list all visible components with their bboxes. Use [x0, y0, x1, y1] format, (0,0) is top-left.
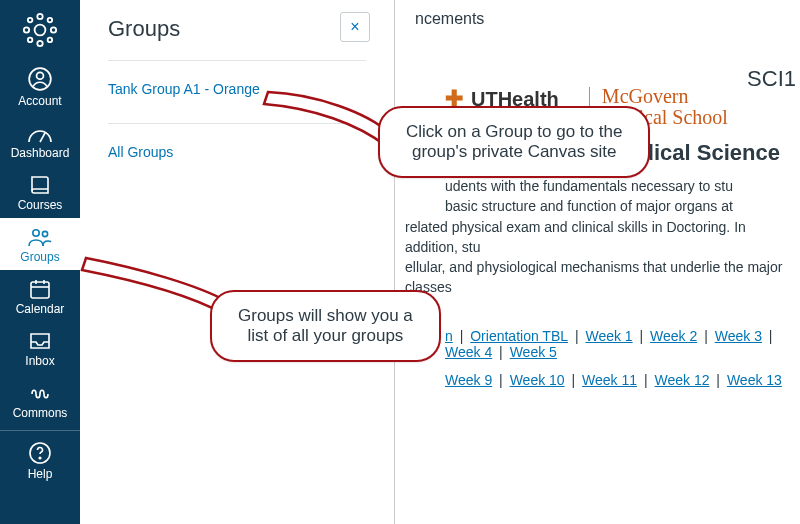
nav-calendar[interactable]: Calendar	[0, 270, 80, 322]
svg-point-0	[35, 25, 46, 36]
group-link[interactable]: Tank Group A1 - Orange	[108, 75, 366, 115]
close-icon: ×	[350, 18, 359, 36]
nav-account[interactable]: Account	[0, 58, 80, 114]
nav-groups-label: Groups	[20, 250, 59, 264]
week-link[interactable]: Week 2	[650, 328, 697, 344]
user-icon	[27, 66, 53, 92]
groups-tray: × Groups Tank Group A1 - Orange All Grou…	[80, 0, 395, 524]
week-link[interactable]: Week 13	[727, 372, 782, 388]
nav-account-label: Account	[18, 94, 61, 108]
svg-point-13	[42, 231, 47, 236]
week-link[interactable]: Orientation TBL	[470, 328, 568, 344]
nav-groups[interactable]: Groups	[0, 218, 80, 270]
week-link[interactable]: Week 11	[582, 372, 637, 388]
svg-point-5	[28, 18, 32, 23]
divider	[108, 123, 366, 124]
gauge-icon	[27, 122, 53, 144]
book-icon	[28, 174, 52, 196]
nav-commons[interactable]: Commons	[0, 374, 80, 426]
canvas-logo-icon	[22, 12, 58, 48]
all-groups-link[interactable]: All Groups	[108, 138, 366, 166]
week-link[interactable]: Week 1	[585, 328, 632, 344]
page-content: ncements SCI1 ✚ UTHealth The University …	[395, 0, 800, 524]
week-link[interactable]: Week 5	[510, 344, 557, 360]
close-button[interactable]: ×	[340, 12, 370, 42]
week-link[interactable]: Week 10	[510, 372, 565, 388]
nav-help-label: Help	[28, 467, 53, 481]
people-icon	[26, 226, 54, 248]
svg-point-19	[39, 457, 41, 459]
nav-commons-label: Commons	[13, 406, 68, 420]
divider	[108, 60, 366, 61]
tray-title: Groups	[108, 16, 366, 42]
svg-point-7	[28, 38, 32, 43]
week-link[interactable]: Week 4	[445, 344, 492, 360]
nav-courses[interactable]: Courses	[0, 166, 80, 218]
week-links-row2: Week 9 | Week 10 | Week 11 | Week 12 | W…	[405, 372, 800, 388]
inbox-icon	[28, 330, 52, 352]
nav-calendar-label: Calendar	[16, 302, 65, 316]
breadcrumb-fragment: ncements	[405, 10, 800, 28]
svg-point-6	[48, 18, 53, 23]
commons-icon	[28, 382, 52, 404]
nav-inbox-label: Inbox	[25, 354, 54, 368]
svg-point-10	[37, 72, 44, 79]
nav-inbox[interactable]: Inbox	[0, 322, 80, 374]
nav-dashboard-label: Dashboard	[11, 146, 70, 160]
global-nav: Account Dashboard Courses Groups Calenda…	[0, 0, 80, 524]
week-link[interactable]: n	[445, 328, 453, 344]
nav-courses-label: Courses	[18, 198, 63, 212]
svg-point-2	[37, 41, 42, 46]
svg-point-1	[37, 14, 42, 19]
week-link[interactable]: Week 9	[445, 372, 492, 388]
week-link[interactable]: Week 12	[654, 372, 709, 388]
svg-point-8	[48, 38, 53, 43]
help-icon	[28, 441, 52, 465]
nav-help[interactable]: Help	[0, 430, 80, 487]
course-code-fragment: SCI1	[747, 66, 796, 92]
svg-point-12	[33, 230, 39, 236]
svg-line-11	[40, 133, 45, 142]
week-links-row1: n | Orientation TBL | Week 1 | Week 2 | …	[405, 328, 800, 360]
course-description: udents with the fundamentals necessary t…	[405, 176, 800, 298]
nav-dashboard[interactable]: Dashboard	[0, 114, 80, 166]
calendar-icon	[28, 278, 52, 300]
svg-point-3	[24, 27, 29, 32]
week-link[interactable]: Week 3	[715, 328, 762, 344]
callout-groups-nav: Groups will show you a list of all your …	[210, 290, 441, 362]
svg-rect-14	[31, 282, 49, 298]
callout-group-link: Click on a Group to go to the group's pr…	[378, 106, 650, 178]
svg-point-4	[51, 27, 56, 32]
